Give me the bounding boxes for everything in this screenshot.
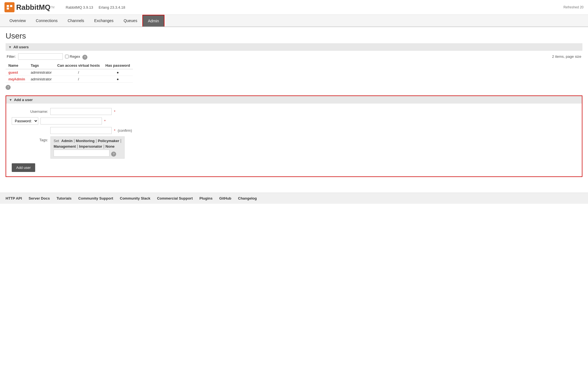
rabbitmq-version: RabbitMQ 3.9.13 xyxy=(66,5,93,9)
footer-http-api[interactable]: HTTP API xyxy=(6,196,22,200)
tag-sep-1: | xyxy=(74,138,75,143)
svg-rect-1 xyxy=(10,5,12,7)
nav-connections[interactable]: Connections xyxy=(31,15,63,26)
footer-plugins[interactable]: Plugins xyxy=(199,196,212,200)
user-tags-guest: administrator xyxy=(28,69,54,76)
logo: RabbitMQ TM xyxy=(4,2,54,12)
navigation: Overview Connections Channels Exchanges … xyxy=(0,15,588,27)
tag-sep-4: | xyxy=(77,144,78,149)
page-title: Users xyxy=(6,32,582,40)
tags-content: Set Admin | Monitoring | Policymaker | M… xyxy=(50,136,125,159)
nav-channels[interactable]: Channels xyxy=(63,15,89,26)
tags-input[interactable] xyxy=(54,150,109,157)
col-tags: Tags xyxy=(28,62,54,69)
col-password: Has password xyxy=(103,62,133,69)
table-row: mqAdmin administrator / ● xyxy=(6,76,133,83)
footer-changelog[interactable]: Changelog xyxy=(238,196,257,200)
table-help-button[interactable]: ? xyxy=(6,85,11,90)
user-name-guest[interactable]: guest xyxy=(8,70,18,75)
version-info: RabbitMQ 3.9.13 Erlang 23.3.4.18 xyxy=(66,5,130,9)
tags-help-button[interactable]: ? xyxy=(111,152,116,157)
footer-community-support[interactable]: Community Support xyxy=(78,196,113,200)
logo-tm: TM xyxy=(51,6,54,9)
password-input[interactable] xyxy=(40,118,102,124)
tag-none[interactable]: None xyxy=(106,144,115,149)
footer-commercial-support[interactable]: Commercial Support xyxy=(157,196,193,200)
col-vhosts: Can access virtual hosts xyxy=(54,62,102,69)
footer-community-slack[interactable]: Community Slack xyxy=(120,196,150,200)
svg-rect-2 xyxy=(7,8,9,9)
add-user-section: ▼ Add a user Username: * Password: * xyxy=(6,95,582,177)
tag-admin[interactable]: Admin xyxy=(61,139,73,143)
username-required: * xyxy=(114,109,115,114)
user-password-guest: ● xyxy=(103,69,133,76)
username-label: Username: xyxy=(12,109,48,114)
tags-section: Tags: Set Admin | Monitoring | Policymak… xyxy=(12,136,576,159)
tag-management[interactable]: Management xyxy=(54,144,76,149)
user-tags-mqadmin: administrator xyxy=(28,76,54,83)
nav-queues[interactable]: Queues xyxy=(119,15,142,26)
confirm-text: (confirm) xyxy=(118,128,132,133)
username-input[interactable] xyxy=(50,108,112,115)
nav-overview[interactable]: Overview xyxy=(4,15,31,26)
filter-help-button[interactable]: ? xyxy=(82,55,87,60)
tag-impersonator[interactable]: Impersonator xyxy=(79,144,102,149)
footer-server-docs[interactable]: Server Docs xyxy=(29,196,50,200)
user-vhosts-mqadmin: / xyxy=(54,76,102,83)
refreshed-info: Refreshed 20 xyxy=(563,5,584,9)
user-password-mqadmin: ● xyxy=(103,76,133,83)
add-user-section-header[interactable]: ▼ Add a user xyxy=(6,96,582,104)
password-required: * xyxy=(104,119,106,123)
user-vhosts-guest: / xyxy=(54,69,102,76)
all-users-label: All users xyxy=(13,45,29,49)
password-confirm-input[interactable] xyxy=(50,127,112,134)
regex-label: Regex xyxy=(65,54,80,59)
erlang-version: Erlang 23.3.4.18 xyxy=(99,5,125,9)
svg-rect-0 xyxy=(7,5,9,7)
table-row: guest administrator / ● xyxy=(6,69,133,76)
tag-monitoring[interactable]: Monitoring xyxy=(76,139,95,143)
tags-input-row: ? xyxy=(54,150,121,157)
username-row: Username: * xyxy=(12,108,576,115)
add-user-body: Username: * Password: * * (confirm) xyxy=(6,104,582,176)
filter-input[interactable] xyxy=(18,53,63,60)
logo-text: RabbitMQ xyxy=(16,3,51,12)
header: RabbitMQ TM RabbitMQ 3.9.13 Erlang 23.3.… xyxy=(0,0,588,15)
password-type-select[interactable]: Password: xyxy=(12,117,38,125)
filter-row: Filter: Regex ? 2 items, page size xyxy=(6,51,582,62)
col-name: Name xyxy=(6,62,28,69)
tag-sep-5: | xyxy=(103,144,104,149)
password-confirm-row: * (confirm) xyxy=(12,127,576,134)
tag-sep-3: | xyxy=(120,138,121,143)
tag-policymaker[interactable]: Policymaker xyxy=(98,139,119,143)
tags-set-row: Set Admin | Monitoring | Policymaker | xyxy=(54,138,121,143)
nav-exchanges[interactable]: Exchanges xyxy=(89,15,118,26)
all-users-arrow: ▼ xyxy=(8,45,12,49)
footer-github[interactable]: GitHub xyxy=(219,196,231,200)
add-user-arrow: ▼ xyxy=(9,98,12,102)
items-info: 2 items, page size xyxy=(552,54,581,59)
filter-label: Filter: xyxy=(7,54,16,59)
user-name-mqadmin[interactable]: mqAdmin xyxy=(8,77,25,81)
add-user-button[interactable]: Add user xyxy=(12,163,35,172)
password-confirm-required: * xyxy=(114,128,115,133)
tags-label: Tags: xyxy=(12,136,48,142)
tag-sep-2: | xyxy=(96,138,97,143)
regex-checkbox[interactable] xyxy=(65,55,69,58)
add-user-label: Add a user xyxy=(14,98,33,102)
set-label: Set xyxy=(54,139,59,143)
nav-admin[interactable]: Admin xyxy=(142,15,165,27)
tags-set-row-2: Management | Impersonator | None xyxy=(54,144,121,149)
logo-icon xyxy=(4,2,15,12)
main-content: Users ▼ All users Filter: Regex ? 2 item… xyxy=(0,27,588,181)
password-row: Password: * xyxy=(12,117,576,125)
footer: HTTP API Server Docs Tutorials Community… xyxy=(0,193,588,204)
footer-tutorials[interactable]: Tutorials xyxy=(56,196,71,200)
all-users-section-header[interactable]: ▼ All users xyxy=(6,43,582,51)
users-table: Name Tags Can access virtual hosts Has p… xyxy=(6,62,133,83)
